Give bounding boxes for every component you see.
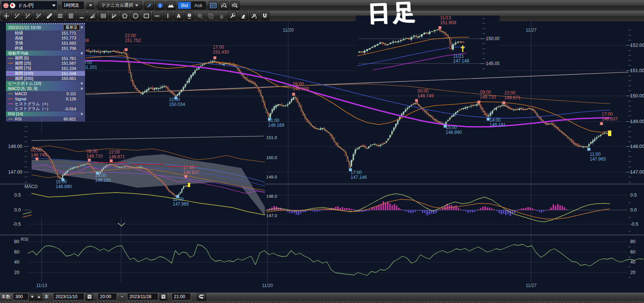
annotation-price: 148.890 — [56, 184, 72, 189]
indicator-section-header[interactable]: RSI [14]× — [6, 112, 85, 117]
bar-count-label: 本数: — [1, 294, 12, 300]
latest-candle-button[interactable]: 最新足 — [63, 25, 80, 30]
ruler-tool-button[interactable] — [45, 12, 54, 20]
hand-tool-button — [217, 12, 226, 20]
gann-fan-button[interactable] — [109, 12, 118, 20]
vertical-line-tool-button[interactable] — [163, 12, 172, 20]
peak-marker — [600, 122, 603, 125]
chart-band-button[interactable] — [209, 1, 218, 10]
annotation-price: 147.965 — [173, 202, 189, 207]
pentagon-tool-button[interactable] — [120, 12, 129, 20]
macd-histogram-bar — [389, 203, 391, 210]
trendline-1-button[interactable]: 1 — [12, 12, 22, 20]
macd-histogram-bar — [273, 206, 275, 210]
bar-count-increment-button[interactable] — [36, 293, 42, 300]
annotation-time: 09:00 — [480, 90, 491, 95]
eraser-tool-button[interactable] — [238, 12, 248, 20]
timeframe-select[interactable]: 1時間足 — [61, 1, 84, 10]
wrench-tool-button[interactable] — [228, 12, 237, 20]
mountain-chart-button[interactable] — [166, 1, 175, 10]
close-icon[interactable]: × — [80, 87, 84, 91]
close-icon[interactable]: × — [80, 51, 84, 55]
calendar-icon — [87, 294, 92, 299]
rsi-line — [28, 244, 643, 275]
indicator-value: 151.771 — [61, 31, 84, 35]
timeframe-dropdown-button[interactable] — [86, 1, 95, 10]
macd-histogram-bar — [530, 207, 531, 210]
icon-stamp-tool-button[interactable]: icon — [185, 12, 194, 20]
daily-ma5-line — [358, 29, 462, 52]
indicator-data-panel[interactable]: 2023/11/13 19:00 最新足 × 始値151.771高値151.77… — [6, 23, 85, 122]
eraser-tool-icon — [240, 13, 246, 19]
annotation-price: 151.430 — [213, 49, 229, 55]
date-label-top: 11/20 — [283, 28, 293, 33]
indicator-value: 0.126 — [66, 97, 84, 101]
copy-tool-button — [206, 12, 215, 20]
macd-histogram-bar — [469, 210, 471, 212]
pentagon-tool-icon — [122, 13, 128, 19]
macd-histogram-bar — [460, 209, 461, 210]
bid-button[interactable]: Bid — [178, 2, 191, 9]
parallel-lines-4-button[interactable] — [66, 12, 75, 20]
annotation-price: 149.749 — [31, 152, 47, 158]
trendline-2-icon: 2 — [25, 13, 31, 19]
main-chart[interactable]: 23:00151.90800:00151.20122:00151.75222:0… — [0, 21, 644, 293]
trendline-1-icon: 1 — [14, 13, 20, 19]
price-axis-label: 151.00 — [630, 68, 644, 73]
rectangle-tool-button[interactable] — [142, 12, 151, 20]
info-button[interactable]: i — [155, 1, 165, 10]
zoom-in-vertical-button[interactable] — [230, 1, 240, 10]
trendline-3-button[interactable]: 3 — [34, 12, 43, 20]
indicator-value: 151.773 — [61, 36, 84, 40]
ellipse-tool-icon — [133, 13, 139, 19]
indicator-row: 期間 [100]151.048 — [6, 71, 85, 76]
fibonacci-arc-button[interactable] — [77, 12, 86, 20]
indicator-section-header[interactable]: MACD [5, 20, 9]× — [6, 86, 85, 91]
close-icon[interactable]: × — [80, 112, 84, 116]
technical-select-button[interactable]: テクニカル選択 — [98, 1, 142, 10]
data-panel-header[interactable]: 2023/11/13 19:00 最新足 × — [6, 24, 85, 30]
draw-pencil-button[interactable] — [144, 1, 154, 10]
indicator-section-header[interactable]: ピークボトム [10]× — [6, 81, 85, 86]
bar-count-decrement-button[interactable] — [29, 293, 35, 300]
candle-body — [96, 51, 97, 52]
inset-chart[interactable]: 00:00149.74909:00149.71022:00149.67114:0… — [31, 133, 265, 217]
from-date-input[interactable]: 2023/11/10 — [53, 293, 84, 300]
to-time-input[interactable]: 21:00 — [172, 293, 191, 300]
bottom-marker — [487, 118, 489, 120]
indicator-section-header[interactable]: 移動平均線× — [6, 51, 85, 56]
text-tool-button[interactable]: A — [174, 12, 183, 20]
horizontal-line-tool-button[interactable] — [152, 12, 162, 20]
macd-histogram-bar — [474, 210, 475, 212]
wrench-tool-icon — [230, 13, 235, 19]
currency-pair-select[interactable]: ドル/円 — [1, 1, 58, 10]
crosshair-tool-button[interactable] — [1, 12, 11, 20]
parallel-lines-4-icon — [68, 13, 74, 19]
peak-marker — [110, 159, 113, 162]
ellipse-tool-button[interactable] — [131, 12, 140, 20]
zoom-out-icon — [221, 3, 227, 9]
from-time-input[interactable]: 20:00 — [98, 293, 117, 300]
settings-list-tool-button[interactable] — [249, 12, 258, 20]
zoom-out-vertical-button[interactable] — [219, 1, 229, 10]
close-icon[interactable]: × — [80, 25, 84, 29]
close-icon[interactable]: × — [80, 81, 84, 86]
magnet-tool-button[interactable] — [260, 12, 269, 20]
to-date-input[interactable]: 2023/11/28 — [127, 293, 158, 300]
from-date-calendar-button[interactable] — [86, 293, 93, 300]
ask-button[interactable]: Ask — [191, 2, 205, 9]
to-date-calendar-button[interactable] — [160, 293, 167, 300]
apply-range-button[interactable] — [197, 293, 206, 301]
indicator-label: RSI — [15, 117, 22, 121]
annotation-price: 147.965 — [590, 157, 606, 162]
bar-count-input[interactable]: 300 — [13, 293, 29, 300]
trendline-2-button[interactable]: 2 — [23, 12, 32, 20]
candle-body — [382, 144, 383, 144]
macd-histogram-bar — [354, 210, 356, 211]
time-zones-button[interactable] — [98, 12, 108, 20]
rsi-axis-label: 20 — [14, 270, 19, 275]
fibonacci-fan-button[interactable] — [88, 12, 97, 20]
macd-histogram-bar — [282, 209, 284, 210]
parallel-lines-3-button[interactable] — [55, 12, 65, 20]
macd-histogram-bar — [365, 210, 367, 211]
